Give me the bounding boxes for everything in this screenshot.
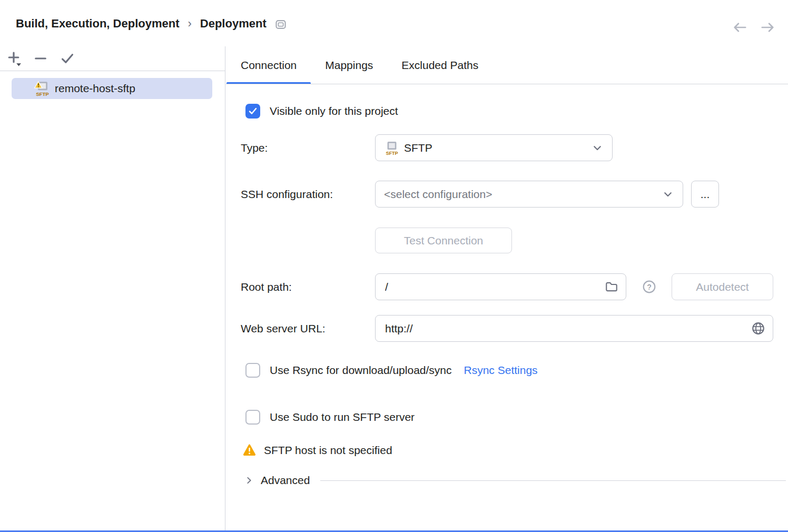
breadcrumb-root[interactable]: Build, Execution, Deployment: [16, 17, 179, 31]
rsync-settings-link[interactable]: Rsync Settings: [464, 364, 538, 377]
add-server-button[interactable]: [4, 50, 23, 67]
settings-topic-icon[interactable]: [275, 19, 287, 29]
sftp-host-warning: SFTP host is not specified: [242, 444, 773, 457]
visible-only-label: Visible only for this project: [270, 105, 398, 117]
server-list-panel: SFTP remote-host-sftp: [0, 46, 225, 532]
web-server-url-row: Web server URL:: [241, 315, 773, 342]
web-server-url-label: Web server URL:: [241, 322, 375, 335]
back-arrow-icon[interactable]: [730, 19, 749, 36]
page-title: Deployment: [200, 17, 267, 31]
test-connection-button[interactable]: Test Connection: [375, 228, 512, 253]
autodetect-button[interactable]: Autodetect: [672, 273, 773, 300]
server-item-label: remote-host-sftp: [55, 82, 135, 95]
rsync-checkbox[interactable]: [245, 363, 260, 378]
breadcrumb: Build, Execution, Deployment › Deploymen…: [16, 17, 287, 31]
deployment-config-panel: Connection Mappings Excluded Paths Visib…: [226, 46, 788, 532]
list-item-remote-host-sftp[interactable]: SFTP remote-host-sftp: [12, 78, 212, 99]
tab-excluded-paths[interactable]: Excluded Paths: [387, 46, 492, 84]
sftp-file-icon: SFTP: [384, 140, 400, 156]
svg-text:SFTP: SFTP: [36, 91, 49, 97]
sudo-row: Use Sudo to run SFTP server: [245, 410, 773, 425]
type-select-value: SFTP: [404, 142, 432, 154]
ssh-configuration-select[interactable]: <select configuration>: [375, 181, 683, 208]
svg-text:SFTP: SFTP: [386, 151, 398, 156]
breadcrumb-separator-icon: ›: [186, 17, 192, 31]
type-label: Type:: [241, 142, 375, 154]
tab-mappings[interactable]: Mappings: [311, 46, 387, 84]
sudo-checkbox[interactable]: [245, 410, 260, 425]
folder-icon[interactable]: [605, 280, 618, 294]
type-select[interactable]: SFTP SFTP: [375, 134, 613, 161]
server-list-toolbar: [0, 46, 225, 71]
visible-only-row: Visible only for this project: [245, 104, 773, 119]
root-path-row: Root path: ?: [241, 273, 773, 300]
chevron-down-icon: [662, 188, 674, 201]
sftp-file-warning-icon: SFTP: [34, 80, 51, 97]
globe-icon[interactable]: [751, 321, 765, 336]
root-path-label: Root path:: [241, 281, 375, 293]
chevron-right-icon: [244, 476, 254, 485]
tab-connection[interactable]: Connection: [226, 46, 311, 84]
rsync-label: Use Rsync for download/upload/sync: [270, 364, 452, 377]
ssh-configuration-placeholder: <select configuration>: [384, 188, 492, 201]
warning-message: SFTP host is not specified: [264, 444, 392, 457]
root-path-input[interactable]: [385, 281, 600, 293]
advanced-label: Advanced: [261, 474, 310, 487]
tab-excluded-paths-label: Excluded Paths: [401, 59, 478, 72]
advanced-section-toggle[interactable]: Advanced: [244, 474, 786, 487]
chevron-down-icon: [591, 142, 604, 154]
tab-mappings-label: Mappings: [325, 59, 373, 72]
sudo-label: Use Sudo to run SFTP server: [270, 411, 415, 423]
test-connection-row: Test Connection: [241, 228, 773, 253]
server-list: SFTP remote-host-sftp: [0, 71, 225, 99]
apply-checkmark-button[interactable]: [58, 50, 77, 67]
remove-server-button[interactable]: [31, 50, 50, 67]
help-circle-icon[interactable]: ?: [642, 280, 656, 294]
settings-window: Build, Execution, Deployment › Deploymen…: [0, 0, 788, 532]
ssh-configuration-row: SSH configuration: <select configuration…: [241, 181, 773, 208]
visible-only-checkbox[interactable]: [245, 104, 260, 119]
tab-bar: Connection Mappings Excluded Paths: [226, 46, 788, 84]
header: Build, Execution, Deployment › Deploymen…: [0, 0, 788, 46]
ssh-browse-button[interactable]: ...: [691, 181, 719, 208]
section-divider: [320, 480, 786, 481]
root-path-field-wrap: [375, 273, 626, 300]
ssh-configuration-label: SSH configuration:: [241, 188, 375, 201]
connection-form: Visible only for this project Type: SFTP: [226, 104, 788, 487]
web-server-url-field-wrap: [375, 315, 773, 342]
forward-arrow-icon[interactable]: [759, 19, 777, 36]
svg-text:?: ?: [647, 283, 652, 291]
rsync-row: Use Rsync for download/upload/sync Rsync…: [245, 363, 773, 378]
warning-triangle-icon: [242, 444, 257, 457]
type-row: Type: SFTP SFTP: [241, 134, 773, 161]
tab-connection-label: Connection: [241, 59, 297, 72]
web-server-url-input[interactable]: [385, 322, 747, 335]
history-navigation: [730, 19, 777, 36]
